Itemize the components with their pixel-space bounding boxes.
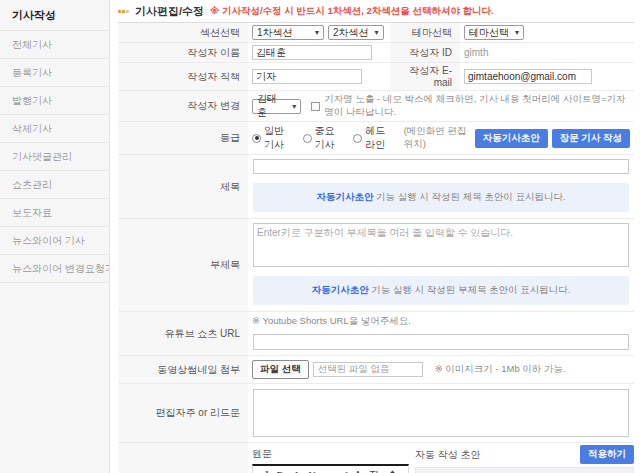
- grade-note: (메인화면 편집위치): [404, 125, 467, 151]
- chevron-down-icon: ▾: [515, 28, 519, 37]
- editor-label-cell: [118, 443, 248, 473]
- sidebar-item-press-releases[interactable]: 보도자료: [0, 199, 109, 227]
- italic-icon[interactable]: I: [288, 467, 304, 473]
- author-change-select[interactable]: 김태훈▾: [252, 99, 301, 114]
- auto-draft-button[interactable]: 자동기사초안: [475, 129, 548, 148]
- editor-section: 원문 ⤢ B I U x₂ x² A▾ Tl▾: [118, 443, 634, 473]
- bold-icon[interactable]: B: [272, 467, 288, 473]
- lead-label: 편집자주 or 리드문: [118, 384, 248, 442]
- author-id-value: gimth: [464, 47, 488, 58]
- sidebar-item-write-article[interactable]: 기사작성: [0, 0, 109, 31]
- theme-select-label: 테마선택: [390, 23, 460, 42]
- reporter-name-note: 기자명 노출 - 네모 박스에 체크하면, 기사 내용 첫머리에 사이트명=기자…: [324, 93, 630, 119]
- primary-section-select[interactable]: 1차섹션▾: [252, 25, 324, 40]
- youtube-shorts-row: 유튜브 쇼츠 URL ※ Youtube Shorts URL을 넣어주세요.: [118, 312, 634, 356]
- author-title-label: 작성자 직책: [118, 63, 248, 90]
- author-name-row: 작성자 이름 작성자 ID gimth: [118, 43, 634, 63]
- youtube-shorts-label: 유튜브 쇼츠 URL: [118, 312, 248, 355]
- subtitle-row: 부제목 자동기사초안 기능 실행 시 작성된 부제목 초안이 표시됩니다.: [118, 219, 634, 312]
- page-header: 기사편집/수정 ※ 기사작성/수정 시 반드시 1차섹션, 2차섹션을 선택하셔…: [118, 0, 634, 22]
- sidebar-item-deleted-articles[interactable]: 삭제기사: [0, 115, 109, 143]
- reporter-name-visible-checkbox[interactable]: [311, 102, 320, 111]
- article-form: 섹션선택 1차섹션▾ 2차섹션▾ 테마선택 테마선택▾: [118, 22, 634, 473]
- grade-option-headline[interactable]: 헤드라인: [353, 124, 392, 152]
- radio-icon[interactable]: [353, 134, 362, 143]
- subtitle-label: 부제목: [118, 219, 248, 311]
- chevron-down-icon: ▾: [315, 28, 319, 37]
- fullscreen-icon[interactable]: ⤢: [256, 467, 272, 473]
- grade-option-normal[interactable]: 일반기사: [252, 124, 291, 152]
- grade-option-important[interactable]: 중요기사: [303, 124, 342, 152]
- source-label: 원문: [252, 445, 409, 464]
- author-id-label: 작성자 ID: [390, 43, 460, 62]
- author-change-row: 작성자 변경 김태훈▾ 기자명 노출 - 네모 박스에 체크하면, 기사 내용 …: [118, 91, 634, 122]
- superscript-icon[interactable]: x²: [336, 467, 352, 473]
- sidebar-item-comment-management[interactable]: 기사댓글관리: [0, 143, 109, 171]
- author-email-input[interactable]: [464, 69, 592, 84]
- grade-label: 등급: [118, 122, 248, 154]
- sidebar-item-published-articles[interactable]: 발행기사: [0, 87, 109, 115]
- section-select-label: 섹션선택: [118, 23, 248, 42]
- sidebar: 기사작성 전체기사 등록기사 발행기사 삭제기사 기사댓글관리 쇼츠관리 보도자…: [0, 0, 110, 473]
- radio-icon[interactable]: [303, 134, 312, 143]
- author-name-label: 작성자 이름: [118, 43, 248, 62]
- grade-row: 등급 일반기사 중요기사 헤드라인 (메인화면 편집위치): [118, 122, 634, 155]
- font-color-icon[interactable]: A▾: [352, 467, 368, 473]
- auto-draft-hint: 자동기사초안 기능 실행 시 작성된 기사 초안이 표시됩니다.: [415, 467, 634, 473]
- author-title-input[interactable]: [252, 69, 362, 84]
- sidebar-item-newswire-change-requests[interactable]: 뉴스와이어 변경요청기사: [0, 255, 109, 283]
- author-change-label: 작성자 변경: [118, 91, 248, 121]
- section-select-row: 섹션선택 1차섹션▾ 2차섹션▾ 테마선택 테마선택▾: [118, 23, 634, 43]
- chevron-down-icon: ▾: [292, 102, 296, 111]
- title-row: 제목 자동기사초안 기능 실행 시 작성된 제목 초안이 표시됩니다.: [118, 155, 634, 219]
- secondary-section-select[interactable]: 2차섹션▾: [328, 25, 384, 40]
- radio-checked-icon[interactable]: [252, 134, 261, 143]
- theme-select[interactable]: 테마선택▾: [464, 25, 524, 40]
- text-style-icon[interactable]: Tl▾: [368, 467, 384, 473]
- chevron-down-icon: ▾: [375, 28, 379, 37]
- auto-draft-label: 자동 작성 초안: [415, 448, 481, 462]
- subscript-icon[interactable]: x₂: [320, 467, 336, 473]
- sidebar-item-registered-articles[interactable]: 등록기사: [0, 59, 109, 87]
- author-name-input[interactable]: [252, 45, 372, 60]
- main-content: 기사편집/수정 ※ 기사작성/수정 시 반드시 1차섹션, 2차섹션을 선택하셔…: [110, 0, 640, 473]
- subtitle-hint: 자동기사초안 기능 실행 시 작성된 부제목 초안이 표시됩니다.: [253, 276, 629, 305]
- sidebar-item-all-articles[interactable]: 전체기사: [0, 31, 109, 59]
- thumbnail-label: 동영상썸네일 첨부: [118, 356, 248, 383]
- title-input[interactable]: [253, 159, 629, 174]
- sidebar-item-newswire-articles[interactable]: 뉴스와이어 기사: [0, 227, 109, 255]
- required-section-notice: ※ 기사작성/수정 시 반드시 1차섹션, 2차섹션을 선택하셔야 합니다.: [210, 5, 494, 18]
- toolbar-row-1: ⤢ B I U x₂ x² A▾ Tl▾: [253, 466, 408, 473]
- author-email-label: 작성자 E-mail: [390, 63, 460, 90]
- sidebar-item-shorts-management[interactable]: 쇼츠관리: [0, 171, 109, 199]
- lead-row: 편집자주 or 리드문: [118, 384, 634, 443]
- youtube-shorts-note: ※ Youtube Shorts URL을 넣어주세요.: [252, 315, 630, 328]
- apply-draft-button[interactable]: 적용하기: [580, 445, 634, 464]
- thumbnail-row: 동영상썸네일 첨부 파일 선택 선택된 파일 없음 ※ 이미지크기 - 1Mb …: [118, 356, 634, 384]
- author-title-row: 작성자 직책 작성자 E-mail: [118, 63, 634, 91]
- page-title: 기사편집/수정: [135, 4, 204, 19]
- long-article-button[interactable]: 장문 기사 작성: [552, 129, 630, 148]
- youtube-shorts-input[interactable]: [253, 334, 629, 350]
- highlight-color-icon[interactable]: [384, 467, 400, 473]
- rich-text-editor: ⤢ B I U x₂ x² A▾ Tl▾ ¶▾: [252, 464, 409, 473]
- section-marker-icon: [118, 10, 129, 13]
- underline-icon[interactable]: U: [304, 467, 320, 473]
- file-status: 선택된 파일 없음: [313, 362, 423, 377]
- file-select-button[interactable]: 파일 선택: [252, 360, 309, 379]
- title-hint: 자동기사초안 기능 실행 시 작성된 제목 초안이 표시됩니다.: [253, 183, 629, 212]
- auto-draft-panel: 자동 작성 초안 적용하기 자동기사초안 기능 실행 시 작성된 기사 초안이 …: [415, 445, 634, 473]
- article-edit-page: 기사작성 전체기사 등록기사 발행기사 삭제기사 기사댓글관리 쇼츠관리 보도자…: [0, 0, 640, 473]
- source-editor: 원문 ⤢ B I U x₂ x² A▾ Tl▾: [252, 445, 409, 473]
- title-label: 제목: [118, 155, 248, 218]
- subtitle-textarea[interactable]: [253, 223, 629, 267]
- lead-textarea[interactable]: [253, 389, 629, 437]
- thumbnail-note: ※ 이미지크기 - 1Mb 이하 가능.: [435, 363, 566, 376]
